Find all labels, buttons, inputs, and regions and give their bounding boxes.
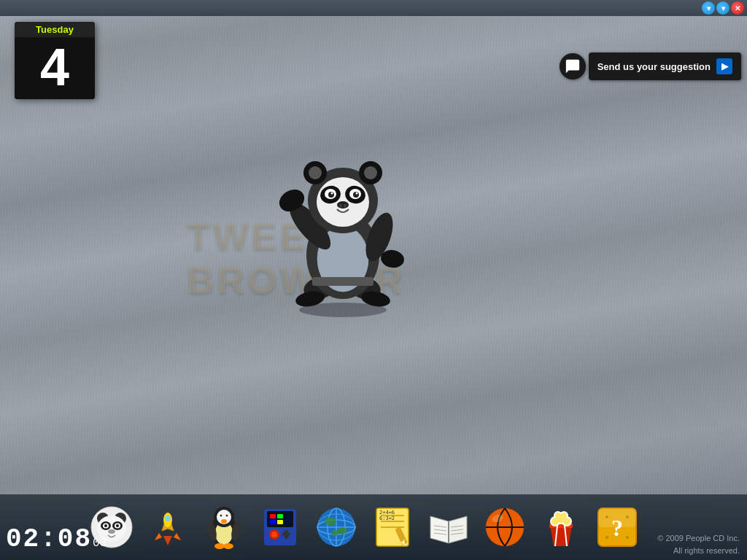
svg-point-57 — [221, 519, 227, 524]
svg-point-81 — [331, 530, 338, 536]
calendar-widget: Tuesday 4 — [15, 22, 95, 99]
calendar-day: Tuesday — [15, 22, 95, 37]
svg-text:?: ? — [611, 515, 623, 541]
svg-point-118 — [605, 516, 608, 518]
svg-point-24 — [356, 192, 358, 195]
taskbar-question-icon[interactable]: ? — [593, 504, 640, 551]
svg-rect-65 — [270, 514, 276, 518]
svg-text:6:3=2: 6:3=2 — [379, 516, 395, 521]
svg-point-119 — [626, 516, 629, 518]
taskbar-book-icon[interactable] — [425, 504, 472, 551]
svg-point-56 — [225, 515, 228, 517]
svg-point-28 — [309, 166, 322, 179]
svg-point-79 — [325, 517, 336, 526]
svg-point-112 — [563, 518, 570, 525]
taskbar-globe-icon[interactable] — [312, 504, 360, 551]
clock: 02:08 03 — [6, 524, 107, 554]
restore-button[interactable]: ▾ — [716, 1, 729, 15]
svg-point-45 — [108, 529, 115, 534]
svg-rect-66 — [277, 514, 283, 518]
copyright-line1: © 2009 People CD Inc. — [657, 532, 740, 545]
svg-point-55 — [220, 515, 222, 517]
calendar-date: 4 — [15, 37, 95, 99]
svg-point-80 — [337, 527, 347, 534]
close-button[interactable]: ✕ — [731, 1, 744, 15]
svg-point-114 — [561, 513, 567, 518]
svg-point-61 — [223, 543, 233, 549]
suggestion-bubble-icon — [560, 53, 586, 79]
taskbar-basketball-icon[interactable] — [481, 504, 528, 551]
svg-point-25 — [337, 201, 349, 209]
taskbar-penguin-icon[interactable] — [200, 504, 247, 551]
svg-point-60 — [214, 543, 225, 549]
copyright-line2: All rights reserved. — [657, 545, 740, 557]
top-bar: ▾ ▾ ✕ — [0, 0, 747, 16]
suggestion-arrow-icon: ▶ — [716, 58, 732, 74]
svg-point-27 — [344, 204, 347, 207]
copyright: © 2009 People CD Inc. All rights reserve… — [657, 532, 740, 556]
svg-point-44 — [116, 524, 119, 527]
taskbar-calculator-icon[interactable]: 2+4=6 6:3=2 — [368, 504, 416, 551]
svg-point-121 — [626, 536, 629, 539]
svg-rect-7 — [312, 277, 374, 286]
panda-mascot — [270, 113, 416, 317]
svg-point-23 — [331, 192, 333, 195]
svg-point-120 — [605, 536, 608, 539]
svg-rect-68 — [277, 520, 283, 524]
svg-point-29 — [364, 166, 377, 179]
taskbar-popcorn-icon[interactable] — [537, 504, 584, 551]
taskbar-arcade-icon[interactable] — [256, 504, 303, 551]
clock-time: 02:08 — [6, 524, 92, 554]
taskbar: 2+4=6 6:3=2 — [0, 494, 747, 560]
svg-point-72 — [271, 532, 277, 537]
svg-point-48 — [165, 516, 171, 521]
svg-point-113 — [555, 513, 561, 518]
suggestion-button[interactable]: Send us your suggestion ▶ — [560, 52, 741, 80]
suggestion-label: Send us your suggestion — [597, 61, 711, 72]
suggestion-text-box: Send us your suggestion ▶ — [589, 52, 741, 80]
svg-text:2+4=6: 2+4=6 — [379, 510, 395, 516]
svg-rect-71 — [282, 532, 290, 536]
taskbar-rocket-icon[interactable] — [144, 504, 191, 551]
minimize-button[interactable]: ▾ — [702, 1, 715, 15]
svg-point-26 — [339, 204, 342, 207]
svg-rect-67 — [270, 520, 276, 524]
clock-seconds: 03 — [93, 537, 107, 550]
